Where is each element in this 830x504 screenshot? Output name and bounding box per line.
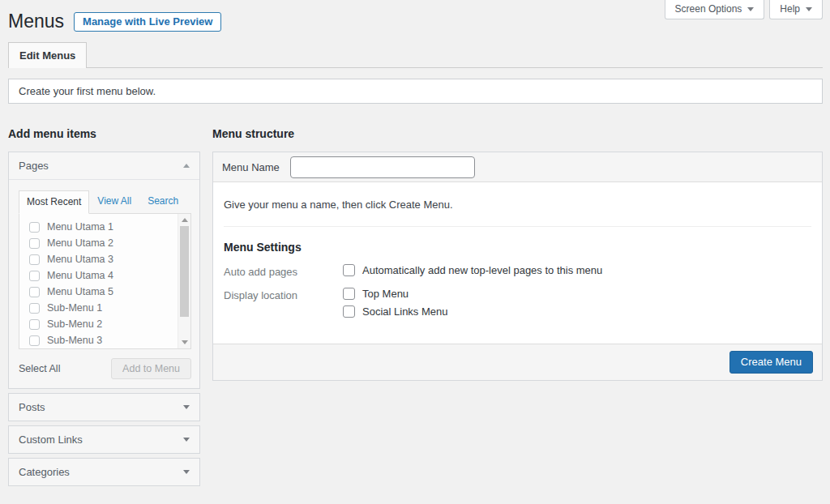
menu-structure-footer: Create Menu <box>213 344 822 380</box>
page-item-label: Menu Utama 5 <box>47 286 113 297</box>
display-location-row: Display location Top Menu <box>224 288 811 323</box>
checklist-scrollbar[interactable] <box>178 214 190 348</box>
collapsed-accordions: Posts Custom Links Categorie <box>8 393 200 486</box>
chevron-down-icon <box>747 7 754 11</box>
manage-live-preview-button[interactable]: Manage with Live Preview <box>74 12 221 32</box>
accordion-section: Categories <box>8 458 200 486</box>
accordion-section-title: Custom Links <box>19 434 83 446</box>
select-all-link[interactable]: Select All <box>19 363 60 374</box>
tab-most-recent[interactable]: Most Recent <box>19 190 89 214</box>
page-item-checkbox[interactable] <box>29 238 40 249</box>
divider <box>224 226 811 227</box>
page-item-label: Menu Utama 1 <box>47 221 113 233</box>
location-checkbox[interactable] <box>343 305 355 318</box>
menu-settings-heading: Menu Settings <box>224 241 811 254</box>
location-checkbox[interactable] <box>343 288 355 300</box>
pages-accordion-header[interactable]: Pages <box>9 152 199 180</box>
menu-settings-table: Auto add pages Automatically add new top… <box>224 264 811 323</box>
page-item-checkbox[interactable] <box>29 287 40 297</box>
accordion-section-header[interactable]: Custom Links <box>9 426 199 453</box>
page-item-label: Sub-Menu 3 <box>47 335 102 346</box>
page-item-checkbox[interactable] <box>29 222 40 233</box>
chevron-down-icon <box>183 405 190 409</box>
auto-add-checkbox-label: Automatically add new top-level pages to… <box>362 264 602 276</box>
menu-instruction: Give your menu a name, then click Create… <box>224 199 811 211</box>
accordion-section: Custom Links <box>8 425 200 454</box>
chevron-down-icon <box>183 470 190 474</box>
chevron-down-icon <box>806 7 812 11</box>
auto-add-checkbox-row: Automatically add new top-level pages to… <box>343 264 602 276</box>
page-item-label: Menu Utama 4 <box>47 270 113 281</box>
menu-structure-panel: Menu Name Give your menu a name, then cl… <box>212 152 823 381</box>
menu-name-bar: Menu Name <box>213 152 822 182</box>
page-list-item: Sub-Menu 1 <box>29 300 190 316</box>
display-location-label: Display location <box>224 288 343 323</box>
screen-meta: Screen Options Help <box>665 0 823 19</box>
auto-add-pages-field: Automatically add new top-level pages to… <box>343 264 602 282</box>
help-label: Help <box>780 3 800 15</box>
menu-name-label: Menu Name <box>222 161 280 173</box>
page-item-checkbox[interactable] <box>29 319 40 330</box>
page-list-item: Menu Utama 5 <box>29 284 190 300</box>
notice-banner: Create your first menu below. <box>8 79 823 104</box>
scrollbar-thumb[interactable] <box>180 226 189 317</box>
menu-structure-body: Give your menu a name, then click Create… <box>213 182 822 344</box>
auto-add-pages-label: Auto add pages <box>224 264 343 282</box>
page-item-checkbox[interactable] <box>29 271 40 281</box>
page-list-item: Menu Utama 1 <box>29 219 190 235</box>
accordion-section-title: Posts <box>19 401 45 413</box>
page-list-item: Menu Utama 4 <box>29 267 190 284</box>
screen-options-button[interactable]: Screen Options <box>665 0 765 19</box>
notice-text: Create your first menu below. <box>19 85 156 97</box>
pages-accordion: Pages Most Recent View All Search <box>8 152 200 389</box>
auto-add-pages-row: Auto add pages Automatically add new top… <box>224 264 811 282</box>
tab-search[interactable]: Search <box>139 190 186 213</box>
add-menu-items-heading: Add menu items <box>8 127 200 140</box>
location-label: Social Links Menu <box>362 305 448 318</box>
chevron-down-icon <box>183 438 190 442</box>
accordion-section-header[interactable]: Posts <box>9 394 199 421</box>
accordion-section-header[interactable]: Categories <box>9 459 199 485</box>
location-checkbox-row: Social Links Menu <box>343 305 448 318</box>
accordion-section-title: Categories <box>19 466 70 478</box>
page-item-checkbox[interactable] <box>29 254 40 265</box>
auto-add-pages-checkbox[interactable] <box>343 264 355 276</box>
location-checkbox-row: Top Menu <box>343 288 448 300</box>
page-title: Menus <box>8 10 64 33</box>
location-label: Top Menu <box>362 288 409 300</box>
page-wrap: Screen Options Help Menus Manage with Li… <box>0 0 830 490</box>
page-list-item: Sub-Menu 2 <box>29 316 190 332</box>
pages-button-controls: Select All Add to Menu <box>19 358 191 379</box>
screen-options-label: Screen Options <box>675 3 742 15</box>
chevron-up-icon <box>183 164 190 168</box>
pages-checklist-panel: Menu Utama 1 Menu Utama 2 Me <box>19 213 191 349</box>
page-item-label: Menu Utama 2 <box>47 237 113 249</box>
page-list-item: Menu Utama 2 <box>29 235 190 251</box>
create-menu-button[interactable]: Create Menu <box>729 351 813 374</box>
display-location-field: Top Menu Social Links Menu <box>343 288 448 323</box>
page-list-item: Menu Utama 3 <box>29 251 190 267</box>
page-item-label: Sub-Menu 2 <box>47 318 102 330</box>
page-item-checkbox[interactable] <box>29 303 40 314</box>
page-list-item: Sub-Menu 3 <box>29 332 190 348</box>
page-item-checkbox[interactable] <box>29 335 40 346</box>
accordion-section: Posts <box>8 393 200 421</box>
pages-checklist: Menu Utama 1 Menu Utama 2 Me <box>19 214 190 348</box>
help-button[interactable]: Help <box>769 0 823 19</box>
tab-view-all[interactable]: View All <box>89 190 139 213</box>
add-menu-items-column: Add menu items Pages Most Recent View Al… <box>8 127 200 490</box>
pages-accordion-body: Most Recent View All Search Menu Utama 1 <box>9 180 199 388</box>
scroll-down-arrow-icon[interactable] <box>178 336 190 348</box>
add-to-menu-button[interactable]: Add to Menu <box>111 358 191 379</box>
pages-accordion-title: Pages <box>19 160 49 172</box>
tab-edit-menus[interactable]: Edit Menus <box>8 42 87 68</box>
columns: Add menu items Pages Most Recent View Al… <box>8 127 823 490</box>
nav-tab-wrapper: Edit Menus <box>8 41 823 68</box>
menu-name-input[interactable] <box>290 156 475 178</box>
scroll-up-arrow-icon[interactable] <box>178 214 190 226</box>
pages-tabs: Most Recent View All Search <box>19 190 191 213</box>
page-item-label: Sub-Menu 1 <box>47 302 102 314</box>
menu-structure-column: Menu structure Menu Name Give your menu … <box>212 127 823 490</box>
menu-structure-heading: Menu structure <box>212 127 823 140</box>
page-item-label: Menu Utama 3 <box>47 254 113 265</box>
